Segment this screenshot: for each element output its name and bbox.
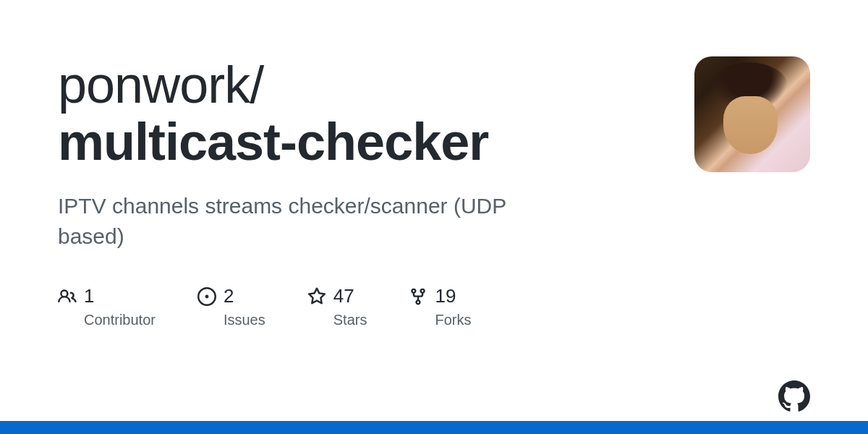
contributors-count: 1: [84, 285, 94, 307]
repo-name[interactable]: multicast-checker: [58, 113, 488, 171]
issues-count: 2: [224, 285, 234, 307]
stat-issues[interactable]: 2 Issues: [197, 285, 265, 328]
stat-stars[interactable]: 47 Stars: [307, 285, 367, 328]
stat-contributors[interactable]: 1 Contributor: [58, 285, 156, 328]
stat-forks[interactable]: 19 Forks: [409, 285, 471, 328]
fork-icon: [409, 287, 427, 306]
star-icon: [307, 287, 326, 306]
stats-row: 1 Contributor 2 Issues 47: [58, 285, 651, 328]
github-logo-icon[interactable]: [778, 380, 810, 412]
forks-label: Forks: [435, 312, 471, 328]
contributors-label: Contributor: [84, 312, 156, 328]
repo-owner[interactable]: ponwork: [58, 56, 250, 114]
issue-icon: [197, 287, 216, 306]
bottom-accent-bar: [0, 421, 868, 434]
stars-count: 47: [333, 285, 354, 307]
issues-label: Issues: [224, 312, 265, 328]
stars-label: Stars: [333, 312, 367, 328]
people-icon: [58, 287, 77, 306]
repo-description: IPTV channels streams checker/scanner (U…: [58, 191, 564, 252]
avatar[interactable]: [694, 56, 810, 172]
repo-title: ponwork/ multicast-checker: [58, 56, 651, 171]
forks-count: 19: [435, 285, 456, 307]
